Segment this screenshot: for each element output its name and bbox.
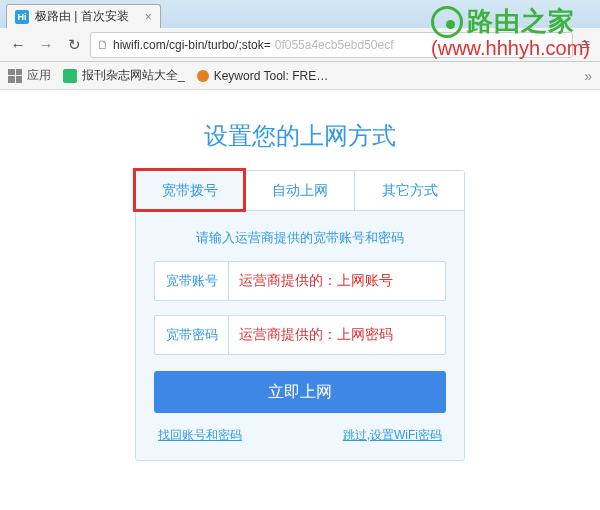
tab-close-icon[interactable]: × [145,10,152,24]
credentials-form: 宽带账号 宽带密码 [136,261,464,355]
reload-button[interactable]: ↻ [62,33,86,57]
tab-other[interactable]: 其它方式 [354,171,464,211]
bookmark-label: 报刊杂志网站大全_ [82,67,185,84]
tab-pppoe[interactable]: 宽带拨号 [136,171,245,211]
menu-button[interactable]: ≡ [577,36,594,54]
apps-icon [8,69,22,83]
account-label: 宽带账号 [155,262,229,300]
account-field: 宽带账号 [154,261,446,301]
connect-button[interactable]: 立即上网 [154,371,446,413]
address-bar[interactable]: 🗋 hiwifi.com/cgi-bin/turbo/;stok=0f055a4… [90,32,573,58]
browser-tab-strip: Hi 极路由 | 首次安装 × [0,0,600,28]
tab-dhcp[interactable]: 自动上网 [245,171,355,211]
bookmark-favicon [197,70,209,82]
forward-button[interactable]: → [34,33,58,57]
footer-links: 找回账号和密码 跳过,设置WiFi密码 [136,413,464,444]
url-faded: 0f055a4ecb5ebd50ecf [275,38,394,52]
setup-card: 宽带拨号 自动上网 其它方式 请输入运营商提供的宽带账号和密码 宽带账号 宽带密… [135,170,465,461]
page-title: 设置您的上网方式 [0,120,600,152]
recover-link[interactable]: 找回账号和密码 [158,427,242,444]
bookmarks-overflow[interactable]: » [584,68,592,84]
bookmark-favicon [63,69,77,83]
apps-label: 应用 [27,67,51,84]
browser-toolbar: ← → ↻ 🗋 hiwifi.com/cgi-bin/turbo/;stok=0… [0,28,600,62]
password-field: 宽带密码 [154,315,446,355]
browser-tab[interactable]: Hi 极路由 | 首次安装 × [6,4,161,28]
bookmark-bar: 应用 报刊杂志网站大全_ Keyword Tool: FRE… » [0,62,600,90]
account-input[interactable] [229,262,445,300]
bookmark-item-1[interactable]: 报刊杂志网站大全_ [63,67,185,84]
apps-button[interactable]: 应用 [8,67,51,84]
tab-title: 极路由 | 首次安装 [35,8,129,25]
page-content: 设置您的上网方式 宽带拨号 自动上网 其它方式 请输入运营商提供的宽带账号和密码… [0,90,600,461]
connection-tabs: 宽带拨号 自动上网 其它方式 [136,171,464,211]
url-text: hiwifi.com/cgi-bin/turbo/;stok= [113,38,271,52]
password-label: 宽带密码 [155,316,229,354]
skip-link[interactable]: 跳过,设置WiFi密码 [343,427,442,444]
back-button[interactable]: ← [6,33,30,57]
page-icon: 🗋 [97,38,109,52]
password-input[interactable] [229,316,445,354]
favicon-icon: Hi [15,10,29,24]
bookmark-label: Keyword Tool: FRE… [214,69,329,83]
form-hint: 请输入运营商提供的宽带账号和密码 [136,229,464,247]
bookmark-item-2[interactable]: Keyword Tool: FRE… [197,69,329,83]
